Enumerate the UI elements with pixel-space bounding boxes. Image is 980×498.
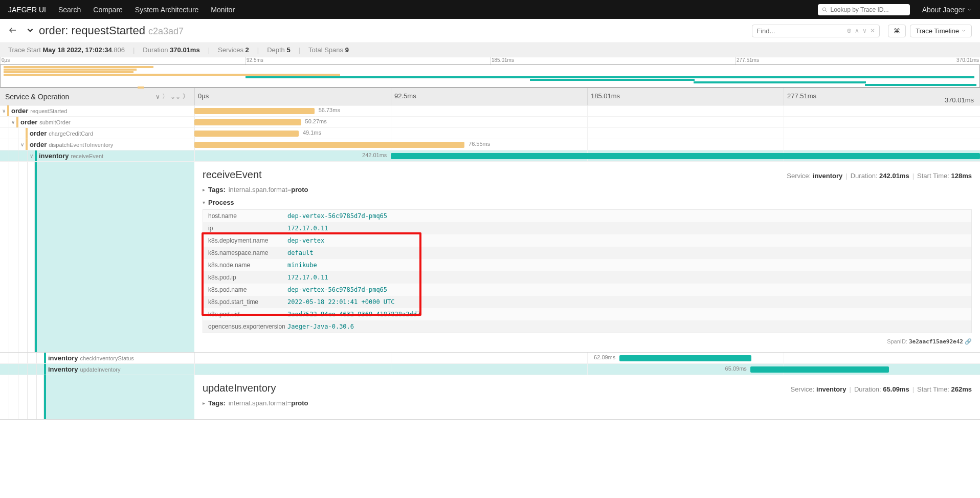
span-duration: 56.73ms (319, 107, 340, 113)
span-row[interactable]: ∨ordersubmitOrder50.27ms (0, 117, 980, 128)
tags-row[interactable]: ▸Tags: internal.span.format = proto (203, 186, 972, 193)
span-duration: 49.1ms (303, 129, 321, 136)
process-kv: k8s.namespace.namedefault (203, 247, 971, 259)
span-duration: 242.01ms (362, 152, 387, 158)
trace-header: order: requestStarted c2a3ad7 ⊕ ∧ ∨ ✕ ⌘ … (0, 19, 980, 43)
svg-line-1 (825, 10, 827, 12)
nav-architecture[interactable]: System Architecture (135, 6, 199, 14)
trace-title: order: requestStarted c2a3ad7 (39, 24, 184, 37)
span-detail: receiveEventService: inventory|Duration:… (0, 162, 980, 353)
span-duration: 76.55ms (469, 141, 490, 147)
process-row[interactable]: ▾Process (203, 199, 972, 206)
span-duration: 62.09ms (594, 354, 615, 360)
span-service: order (18, 117, 39, 127)
span-operation: dispatchEventToInventory (49, 140, 113, 149)
process-kv: k8s.deployment.namedep-vertex (203, 234, 971, 247)
stats-bar: Trace Start May 18 2022, 17:02:34.806 | … (0, 43, 980, 57)
collapse-all-icon[interactable]: ⌄⌄ (170, 93, 181, 100)
detail-title: receiveEvent (203, 169, 262, 181)
chevron-down-icon (26, 26, 35, 35)
collapse-one-icon[interactable]: ∨ (155, 93, 160, 100)
top-nav: JAEGER UI Search Compare System Architec… (0, 0, 980, 19)
tags-row[interactable]: ▸Tags: internal.span.format = proto (203, 399, 972, 407)
about-menu[interactable]: About Jaeger (922, 6, 972, 14)
process-kv: ip172.17.0.11 (203, 222, 971, 234)
tree-header-label: Service & Operation (5, 93, 69, 101)
trace-lookup[interactable] (818, 4, 910, 15)
find-next-icon[interactable]: ∨ (862, 27, 867, 34)
span-row[interactable]: orderchargeCreditCard49.1ms (0, 128, 980, 139)
process-table: host.namedep-vertex-56c9785d7d-pmq65ip17… (203, 209, 972, 333)
find-target-icon[interactable]: ⊕ (847, 27, 852, 34)
span-bar[interactable] (194, 142, 464, 148)
process-kv: k8s.pod.namedep-vertex-56c9785d7d-pmq65 (203, 284, 971, 296)
expand-all-icon[interactable]: 》 (183, 92, 189, 101)
expand-icon[interactable]: ∨ (9, 119, 16, 125)
span-duration: 65.09ms (725, 365, 747, 372)
svg-point-0 (822, 7, 826, 10)
span-id: SpanID: 3e2aacf15ae92e42 🔗 (203, 338, 972, 345)
span-duration: 50.27ms (305, 118, 327, 124)
span-bar[interactable] (619, 355, 751, 361)
nav-search[interactable]: Search (58, 6, 81, 14)
span-service: order (28, 139, 49, 150)
span-bar[interactable] (391, 153, 980, 159)
span-row[interactable]: ∨inventoryreceiveEvent242.01ms (0, 150, 980, 162)
process-kv: k8s.pod.start_time2022-05-18 22:01:41 +0… (203, 296, 971, 308)
span-bar[interactable] (750, 366, 888, 373)
span-operation: checkInventoryStatus (80, 354, 134, 363)
back-button[interactable] (8, 26, 17, 36)
find-close-icon[interactable]: ✕ (870, 27, 875, 34)
trace-lookup-input[interactable] (830, 6, 905, 13)
find-box[interactable]: ⊕ ∧ ∨ ✕ (752, 25, 880, 37)
span-bar[interactable] (194, 119, 301, 125)
expand-icon[interactable]: ∨ (28, 153, 35, 159)
expand-icon[interactable]: ∨ (18, 142, 26, 147)
span-bar[interactable] (194, 131, 299, 137)
link-icon[interactable]: 🔗 (965, 338, 972, 344)
find-prev-icon[interactable]: ∧ (855, 27, 859, 34)
brand: JAEGER UI (8, 6, 46, 14)
span-operation: receiveEvent (71, 151, 104, 161)
collapse-header[interactable] (26, 26, 35, 36)
span-operation: updateInventory (80, 365, 121, 374)
span-operation: requestStarted (30, 106, 67, 116)
span-service: order (28, 128, 49, 139)
span-row[interactable]: ∨orderdispatchEventToInventory76.55ms (0, 139, 980, 150)
process-kv: opencensus.exporterversionJaeger-Java-0.… (203, 320, 971, 333)
view-mode-select[interactable]: Trace Timeline (910, 25, 972, 37)
timeline-header: Service & Operation ∨ 〉 ⌄⌄ 》 0µs 92.5ms … (0, 88, 980, 105)
span-operation: submitOrder (39, 118, 71, 127)
detail-title: updateInventory (203, 382, 276, 394)
chevron-right-icon: ▸ (203, 187, 205, 192)
search-icon (822, 7, 828, 13)
span-service: inventory (46, 353, 80, 363)
expand-icon[interactable]: ∨ (0, 108, 7, 114)
chevron-down-icon (967, 7, 972, 12)
nav-monitor[interactable]: Monitor (211, 6, 235, 14)
expand-one-icon[interactable]: 〉 (162, 92, 168, 101)
span-operation: chargeCreditCard (49, 129, 93, 138)
span-service: inventory (46, 364, 80, 375)
process-kv: k8s.pod.uid2aed7522-94ee-4632-9369-41878… (203, 308, 971, 320)
span-row[interactable]: inventoryupdateInventory65.09ms (0, 364, 980, 375)
span-row[interactable]: inventorycheckInventoryStatus62.09ms (0, 353, 980, 364)
span-detail: updateInventoryService: inventory|Durati… (0, 375, 980, 420)
process-kv: host.namedep-vertex-56c9785d7d-pmq65 (203, 210, 971, 222)
trace-id: c2a3ad7 (148, 26, 184, 36)
process-kv: k8s.node.nameminikube (203, 259, 971, 271)
span-row[interactable]: ∨orderrequestStarted56.73ms (0, 105, 980, 117)
arrow-left-icon (8, 26, 17, 35)
chevron-down-icon (961, 28, 966, 33)
minimap[interactable]: 0µs 92.5ms 185.01ms 277.51ms 370.01ms (0, 57, 980, 88)
process-kv: k8s.pod.ip172.17.0.11 (203, 271, 971, 284)
chevron-right-icon: ▸ (203, 400, 205, 406)
chevron-down-icon: ▾ (203, 200, 205, 205)
nav-compare[interactable]: Compare (93, 6, 123, 14)
find-input[interactable] (756, 27, 847, 35)
span-service: order (9, 105, 30, 116)
shortcut-button[interactable]: ⌘ (888, 25, 906, 37)
span-bar[interactable] (194, 108, 315, 114)
span-service: inventory (37, 150, 71, 161)
